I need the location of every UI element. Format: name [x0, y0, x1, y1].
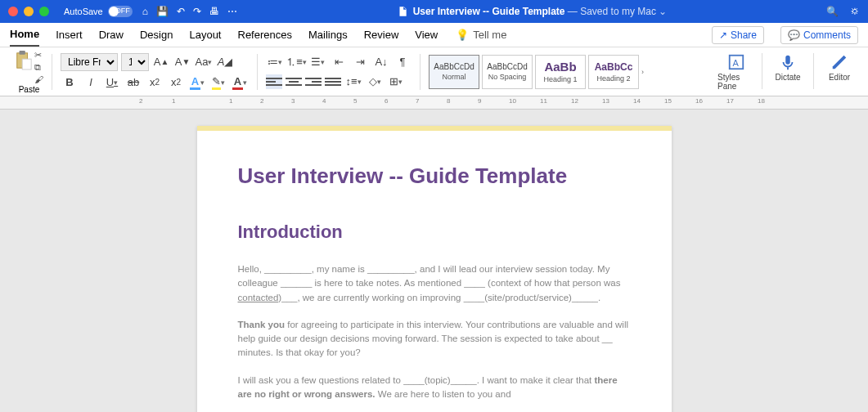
subscript-button[interactable]: x2 [146, 74, 164, 91]
style-no-spacing[interactable]: AaBbCcDd No Spacing [482, 55, 533, 89]
tab-insert[interactable]: Insert [56, 24, 83, 46]
document-title: User Interview -- Guide Template — Saved… [237, 6, 826, 17]
numbering-icon[interactable]: ⒈≡ ▾ [287, 54, 305, 70]
document-canvas[interactable]: User Interview -- Guide Template Introdu… [0, 110, 868, 412]
cut-icon[interactable]: ✂ [34, 50, 43, 60]
doc-paragraph-2[interactable]: Thank you for agreeing to participate in… [238, 318, 631, 360]
comment-icon: 💬 [788, 29, 800, 41]
tab-mailings[interactable]: Mailings [308, 24, 348, 46]
styles-pane-button[interactable]: A Styles Pane [717, 53, 755, 91]
format-painter-icon[interactable]: 🖌 [34, 74, 43, 84]
borders-icon[interactable]: ⊞ ▾ [387, 74, 405, 90]
align-left-button[interactable] [266, 74, 282, 89]
svg-rect-2 [22, 59, 31, 69]
doc-heading-intro[interactable]: Introduction [238, 222, 631, 243]
tab-references[interactable]: References [238, 24, 292, 46]
sort-icon[interactable]: A↓ [372, 54, 390, 70]
clear-format-icon[interactable]: A◢ [216, 54, 234, 70]
font-size-select[interactable]: 11 [121, 53, 149, 71]
align-center-button[interactable] [286, 74, 302, 89]
editor-button[interactable]: Editor [821, 53, 858, 91]
underline-button[interactable]: U ▾ [103, 74, 121, 91]
more-icon[interactable]: ⋯ [227, 6, 237, 17]
svg-text:A: A [732, 57, 739, 67]
doc-paragraph-3[interactable]: I will ask you a few questions related t… [238, 374, 631, 402]
change-case-icon[interactable]: Aa ▾ [195, 54, 213, 70]
copy-icon[interactable]: ⧉ [34, 62, 43, 73]
redo-icon[interactable]: ↷ [193, 6, 201, 17]
share-button[interactable]: ↗ Share [712, 26, 764, 44]
autosave-label: AutoSave [64, 7, 103, 16]
editor-icon [830, 53, 848, 71]
document-page[interactable]: User Interview -- Guide Template Introdu… [197, 126, 672, 412]
strikethrough-button[interactable]: ab [124, 74, 142, 91]
tab-review[interactable]: Review [364, 24, 399, 46]
superscript-button[interactable]: x2 [167, 74, 185, 91]
multilevel-list-icon[interactable]: ☰ ▾ [308, 54, 326, 70]
show-marks-icon[interactable]: ¶ [394, 54, 412, 70]
align-justify-button[interactable] [325, 74, 341, 89]
paste-icon[interactable] [15, 50, 33, 71]
home-icon[interactable]: ⌂ [142, 6, 148, 17]
doc-icon [397, 6, 408, 17]
line-spacing-icon[interactable]: ↕≡ ▾ [344, 74, 362, 90]
tab-layout[interactable]: Layout [189, 24, 221, 46]
undo-icon[interactable]: ↶ [177, 6, 185, 17]
window-minimize[interactable] [24, 7, 34, 16]
highlight-icon[interactable]: ✎ ▾ [209, 74, 227, 91]
bulb-icon: 💡 [456, 29, 469, 41]
window-maximize[interactable] [39, 7, 49, 16]
shading-icon[interactable]: ◇ ▾ [366, 74, 384, 90]
share-icon[interactable]: ⛭ [850, 6, 860, 17]
doc-title[interactable]: User Interview -- Guide Template [238, 163, 631, 189]
text-effects-icon[interactable]: A ▾ [188, 74, 206, 91]
dictate-button[interactable]: Dictate [769, 53, 807, 91]
svg-rect-5 [785, 55, 790, 64]
align-right-button[interactable] [305, 74, 322, 89]
styles-more-icon[interactable]: › [641, 68, 644, 76]
bullets-icon[interactable]: ≔ ▾ [266, 54, 284, 70]
search-icon[interactable]: 🔍 [826, 6, 839, 17]
comments-button[interactable]: 💬 Comments [780, 26, 858, 44]
increase-indent-icon[interactable]: ⇥ [351, 54, 369, 70]
tell-me[interactable]: 💡 Tell me [456, 29, 506, 41]
font-color-icon[interactable]: A ▾ [231, 74, 249, 91]
horizontal-ruler[interactable]: 2 1 1 2 3 4 5 6 7 8 9 10 11 12 13 14 15 … [0, 96, 868, 110]
tab-view[interactable]: View [415, 24, 438, 46]
share-arrow-icon: ↗ [719, 29, 727, 41]
style-normal[interactable]: AaBbCcDd Normal [429, 55, 479, 89]
autosave-toggle[interactable]: AutoSave OFF [64, 6, 133, 17]
font-family-select[interactable]: Libre Frank… [61, 53, 118, 71]
decrease-font-icon[interactable]: A▼ [173, 54, 191, 70]
svg-rect-1 [20, 51, 25, 55]
doc-paragraph-1[interactable]: Hello, _________, my name is _________, … [238, 262, 631, 305]
paste-label: Paste [19, 85, 40, 94]
tab-design[interactable]: Design [140, 24, 173, 46]
decrease-indent-icon[interactable]: ⇤ [330, 54, 348, 70]
styles-pane-icon: A [727, 53, 745, 71]
style-heading-1[interactable]: AaBb Heading 1 [535, 55, 586, 89]
save-icon[interactable]: 💾 [156, 6, 169, 17]
mic-icon [779, 53, 797, 71]
tab-home[interactable]: Home [10, 23, 39, 47]
increase-font-icon[interactable]: A▲ [152, 54, 170, 70]
style-heading-2[interactable]: AaBbCc Heading 2 [588, 55, 639, 89]
bold-button[interactable]: B [61, 74, 79, 91]
window-close[interactable] [8, 7, 18, 16]
italic-button[interactable]: I [82, 74, 100, 91]
tab-draw[interactable]: Draw [99, 24, 124, 46]
print-icon[interactable]: 🖶 [209, 6, 219, 17]
